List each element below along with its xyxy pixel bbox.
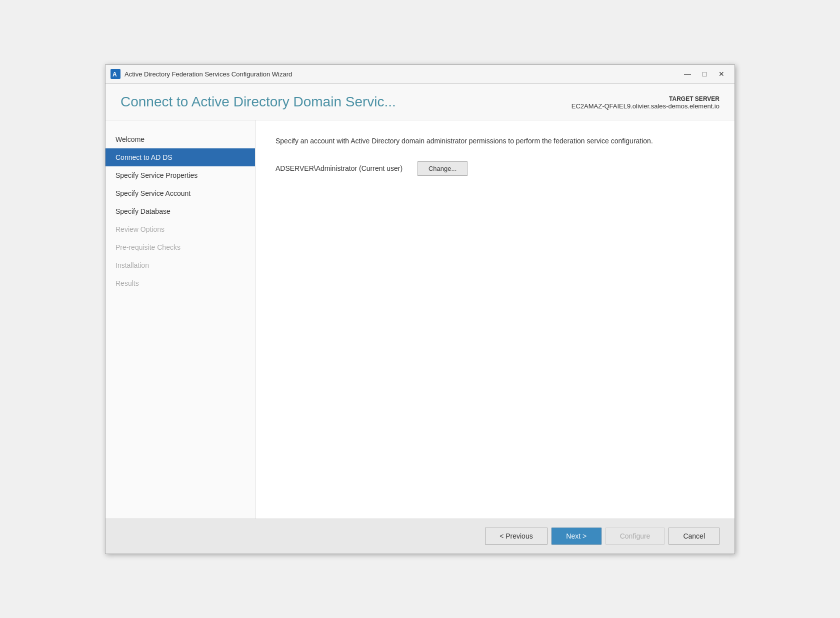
sidebar-item-specify-service-properties[interactable]: Specify Service Properties [106,166,255,184]
window-controls: — □ ✕ [680,68,730,80]
title-bar: A Active Directory Federation Services C… [106,65,734,84]
sidebar-item-welcome[interactable]: Welcome [106,130,255,148]
app-icon: A [110,69,120,79]
minimize-button[interactable]: — [680,68,696,80]
next-button[interactable]: Next > [552,528,602,545]
configure-button: Configure [606,528,665,545]
main-panel: Specify an account with Active Directory… [256,120,734,519]
sidebar-item-pre-requisite-checks: Pre-requisite Checks [106,238,255,256]
current-user-row: ADSERVER\Administrator (Current user) Ch… [276,161,714,176]
target-server-name: EC2AMAZ-QFAIEL9.olivier.sales-demos.elem… [572,102,720,110]
svg-text:A: A [112,71,117,78]
window-title: Active Directory Federation Services Con… [124,70,680,78]
sidebar-item-specify-database[interactable]: Specify Database [106,202,255,220]
close-button[interactable]: ✕ [714,68,730,80]
previous-button[interactable]: < Previous [485,528,548,545]
description-text: Specify an account with Active Directory… [276,135,676,146]
content-area: Welcome Connect to AD DS Specify Service… [106,120,734,519]
sidebar-item-specify-service-account[interactable]: Specify Service Account [106,184,255,202]
sidebar-item-connect-to-ad-ds[interactable]: Connect to AD DS [106,148,255,166]
page-title: Connect to Active Directory Domain Servi… [120,94,562,110]
sidebar: Welcome Connect to AD DS Specify Service… [106,120,256,519]
sidebar-item-installation: Installation [106,256,255,274]
sidebar-item-results: Results [106,274,255,292]
sidebar-item-review-options: Review Options [106,220,255,238]
change-button[interactable]: Change... [418,161,468,176]
page-header: Connect to Active Directory Domain Servi… [106,84,734,120]
target-server-info: TARGET SERVER EC2AMAZ-QFAIEL9.olivier.sa… [572,95,720,110]
current-user-text: ADSERVER\Administrator (Current user) [276,164,402,172]
maximize-button[interactable]: □ [696,68,712,80]
target-server-label: TARGET SERVER [572,95,720,102]
main-window: A Active Directory Federation Services C… [105,64,735,554]
cancel-button[interactable]: Cancel [668,528,720,545]
footer: < Previous Next > Configure Cancel [106,519,734,554]
